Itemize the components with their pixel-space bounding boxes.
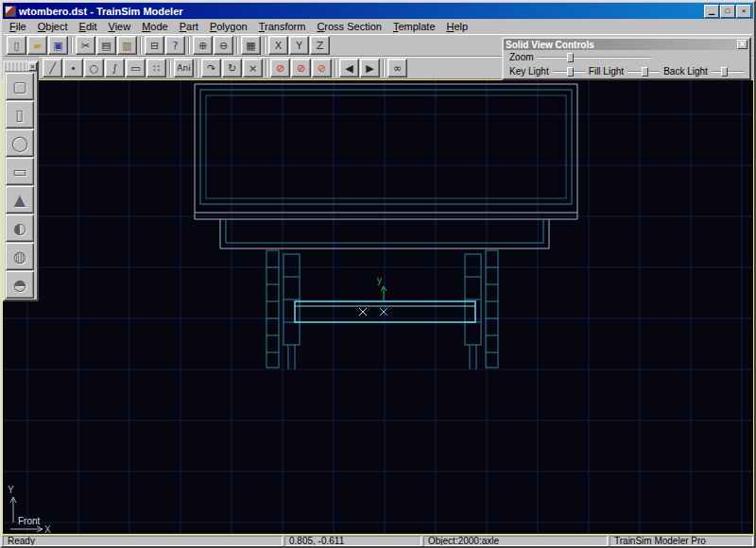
help-button[interactable]: ? <box>165 36 185 55</box>
circle-icon: ○ <box>90 63 99 74</box>
shape-rounded-box-button[interactable]: ▢ <box>6 73 34 100</box>
grid-icon: ▦ <box>246 41 255 51</box>
toolbar-separator <box>236 37 238 54</box>
cut-button[interactable]: ✂ <box>76 36 95 55</box>
close-button[interactable]: × <box>736 5 751 18</box>
slider-thumb[interactable] <box>567 67 574 77</box>
zoom-out-button[interactable]: ⊖ <box>214 36 233 55</box>
copy-icon: ▤ <box>101 41 111 51</box>
arc-tool-button[interactable]: ↷ <box>201 59 221 77</box>
next-button[interactable]: ▶ <box>360 59 380 77</box>
menu-item[interactable]: Part <box>174 20 204 33</box>
line-icon: ╱ <box>49 63 56 74</box>
selection-cross <box>380 308 387 316</box>
shape-capsule-button[interactable]: ▭ <box>6 158 34 185</box>
window-controls: ▁ □ × <box>704 5 751 18</box>
panel-close-button[interactable]: × <box>737 40 747 49</box>
spline-icon: ∫ <box>112 63 118 74</box>
slider-thumb[interactable] <box>642 67 648 77</box>
zoom-in-button[interactable]: ⊕ <box>193 36 213 55</box>
menu-item[interactable]: Transform <box>253 20 312 33</box>
open-button[interactable]: ▰ <box>27 36 47 55</box>
point-tool-button[interactable]: • <box>63 59 83 77</box>
zoom-label: Zoom <box>509 52 534 62</box>
find-button[interactable]: ∞ <box>387 59 407 77</box>
animation-group: Ani <box>174 59 194 77</box>
rounded-box-icon: ▢ <box>12 79 26 94</box>
sphere-icon: ◯ <box>11 136 28 151</box>
print-button[interactable]: ⊟ <box>145 36 164 55</box>
slider-thumb[interactable] <box>721 67 728 77</box>
back-light-slider[interactable] <box>712 66 744 77</box>
menu-item[interactable]: View <box>103 20 137 33</box>
disable-3-button[interactable]: ⊘ <box>312 59 332 77</box>
spline-tool-button[interactable]: ∫ <box>105 59 125 77</box>
app-icon[interactable] <box>5 6 16 17</box>
key-light-slider[interactable] <box>553 66 585 77</box>
no-entry-icon: ⊘ <box>276 63 284 74</box>
panel-title-bar[interactable]: Solid View Controls × <box>504 39 749 50</box>
marquee-tool-button[interactable]: ▭ <box>126 59 146 77</box>
fill-light-slider[interactable] <box>627 66 660 77</box>
shape-dome-button[interactable]: ◓ <box>6 271 34 299</box>
shape-shaded-sphere-button[interactable]: ◐ <box>6 214 34 242</box>
y-axis-label: y <box>377 275 382 285</box>
menu-item[interactable]: Object <box>32 20 74 33</box>
left-arrow-icon: ◀ <box>345 63 352 74</box>
fill-light-label: Fill Light <box>589 66 624 77</box>
clipboard-group: ✂▤▥ <box>76 36 137 55</box>
maximize-button[interactable]: □ <box>720 5 735 18</box>
save-floppy-icon: ▣ <box>53 41 62 51</box>
shape-geosphere-button[interactable]: ◍ <box>6 243 34 270</box>
menu-bar: FileObjectEditViewModePartPolygonTransfo… <box>4 19 752 34</box>
menu-item[interactable]: Cross Section <box>311 20 387 33</box>
shape-sphere-button[interactable]: ◯ <box>6 129 34 157</box>
vertices-tool-button[interactable]: ∷ <box>146 59 166 77</box>
app-window: wtombero.dst - TrainSim Modeler ▁ □ × Fi… <box>0 0 756 548</box>
new-document-icon: ▯ <box>13 41 19 51</box>
title-bar: wtombero.dst - TrainSim Modeler ▁ □ × <box>3 3 753 19</box>
shape-cone-button[interactable]: ▲ <box>6 186 34 214</box>
axis-x-label: X <box>44 524 51 534</box>
zoom-slider[interactable] <box>538 52 651 63</box>
animation-button[interactable]: Ani <box>174 59 194 77</box>
menu-item[interactable]: Mode <box>136 20 174 33</box>
disable-1-button[interactable]: ⊘ <box>270 59 290 77</box>
circle-tool-button[interactable]: ○ <box>84 59 104 77</box>
new-button[interactable]: ▯ <box>7 36 26 55</box>
axis-z-icon: Z <box>317 41 324 51</box>
flip-z-button[interactable]: Z <box>310 36 330 55</box>
line-tool-button[interactable]: ╱ <box>43 59 62 77</box>
toolbar-separator <box>335 60 336 77</box>
menu-item[interactable]: File <box>4 20 32 33</box>
menu-item[interactable]: Template <box>387 20 441 33</box>
zoom-in-icon: ⊕ <box>198 41 207 51</box>
modify-group: ↷↻× <box>201 59 263 77</box>
save-button[interactable]: ▣ <box>48 36 68 55</box>
flip-x-button[interactable]: X <box>268 36 288 55</box>
menu-item[interactable]: Edit <box>74 20 103 33</box>
slider-thumb[interactable] <box>567 53 574 62</box>
prev-button[interactable]: ◀ <box>339 59 359 77</box>
disable-2-button[interactable]: ⊘ <box>291 59 311 77</box>
file-group: ▯▰▣ <box>7 36 68 55</box>
flip-y-button[interactable]: Y <box>289 36 309 55</box>
menu-item[interactable]: Help <box>441 20 474 33</box>
palette-title-bar[interactable]: × <box>5 62 37 72</box>
palette-close-button[interactable]: × <box>28 62 37 71</box>
toolbar-separator <box>383 60 385 77</box>
drawing-canvas[interactable]: yYFrontX <box>2 79 754 535</box>
copy-button[interactable]: ▤ <box>96 36 116 55</box>
minimize-button[interactable]: ▁ <box>704 5 719 18</box>
paste-button[interactable]: ▥ <box>117 36 137 55</box>
delete-tool-button[interactable]: × <box>243 59 263 77</box>
menu-item[interactable]: Polygon <box>204 20 253 33</box>
nav-group: ◀▶ <box>339 59 380 77</box>
grid-toggle-button[interactable]: ▦ <box>241 36 261 55</box>
printer-icon: ⊟ <box>150 41 159 51</box>
shape-cylinder-button[interactable]: ▯ <box>6 101 34 128</box>
maximize-icon: □ <box>726 7 730 15</box>
arc-arrow-icon: ↷ <box>207 63 215 74</box>
slider-groove <box>538 57 651 59</box>
rotate-tool-button[interactable]: ↻ <box>222 59 242 77</box>
